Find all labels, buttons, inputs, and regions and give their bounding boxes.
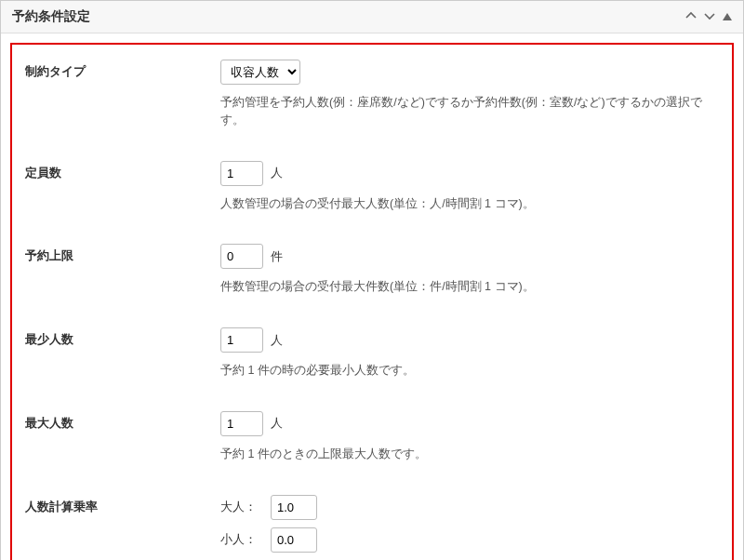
panel-title: 予約条件設定 xyxy=(12,8,90,25)
max-bookings-input[interactable] xyxy=(220,244,263,269)
min-people-desc: 予約 1 件の時の必要最小人数です。 xyxy=(220,362,719,380)
min-people-input[interactable] xyxy=(220,327,263,353)
max-bookings-desc: 件数管理の場合の受付最大件数(単位：件/時間割 1 コマ)。 xyxy=(220,278,719,296)
max-people-label: 最大人数 xyxy=(25,411,220,432)
rate-adult-input[interactable] xyxy=(271,495,317,520)
min-people-unit: 人 xyxy=(271,332,283,349)
max-people-desc: 予約 1 件のときの上限最大人数です。 xyxy=(220,446,719,463)
field-min-people: 最少人数 人 予約 1 件の時の必要最小人数です。 xyxy=(25,327,719,380)
capacity-label: 定員数 xyxy=(25,161,220,181)
constraint-type-label: 制約タイプ xyxy=(25,60,220,80)
panel-body: 制約タイプ 収容人数 予約管理を予約人数(例：座席数/など)でするか予約件数(例… xyxy=(1,33,743,560)
rate-child-label: 小人： xyxy=(220,531,263,548)
capacity-input[interactable] xyxy=(220,161,263,186)
settings-panel: 予約条件設定 制約タイプ 収容人数 xyxy=(0,0,744,560)
field-max-bookings: 予約上限 件 件数管理の場合の受付最大件数(単位：件/時間割 1 コマ)。 xyxy=(25,244,719,296)
constraint-type-select[interactable]: 収容人数 xyxy=(220,60,300,85)
capacity-desc: 人数管理の場合の受付最大人数(単位：人/時間割 1 コマ)。 xyxy=(220,195,719,213)
panel-header: 予約条件設定 xyxy=(1,1,743,33)
triangle-up-icon[interactable] xyxy=(723,11,732,22)
panel-controls xyxy=(685,11,732,22)
collapse-down-icon[interactable] xyxy=(704,11,715,22)
collapse-up-icon[interactable] xyxy=(685,11,697,22)
min-people-label: 最少人数 xyxy=(25,327,220,348)
rate-adult-label: 大人： xyxy=(220,499,263,515)
max-people-unit: 人 xyxy=(271,415,283,432)
field-max-people: 最大人数 人 予約 1 件のときの上限最大人数です。 xyxy=(25,411,719,463)
rates-label: 人数計算乗率 xyxy=(25,495,220,515)
max-bookings-label: 予約上限 xyxy=(25,244,220,264)
constraint-type-desc: 予約管理を予約人数(例：座席数/など)でするか予約件数(例：室数/など)でするか… xyxy=(220,94,719,129)
highlighted-form-area: 制約タイプ 収容人数 予約管理を予約人数(例：座席数/など)でするか予約件数(例… xyxy=(10,43,734,560)
max-bookings-unit: 件 xyxy=(271,248,283,265)
field-constraint-type: 制約タイプ 収容人数 予約管理を予約人数(例：座席数/など)でするか予約件数(例… xyxy=(25,60,719,129)
rate-child-input[interactable] xyxy=(271,527,317,553)
field-capacity: 定員数 人 人数管理の場合の受付最大人数(単位：人/時間割 1 コマ)。 xyxy=(25,161,719,213)
capacity-unit: 人 xyxy=(271,165,283,181)
max-people-input[interactable] xyxy=(220,411,263,436)
field-rates: 人数計算乗率 大人： 小人： 幼児： 人数計算するとき、例えば小人0.5なら2人 xyxy=(25,495,719,561)
